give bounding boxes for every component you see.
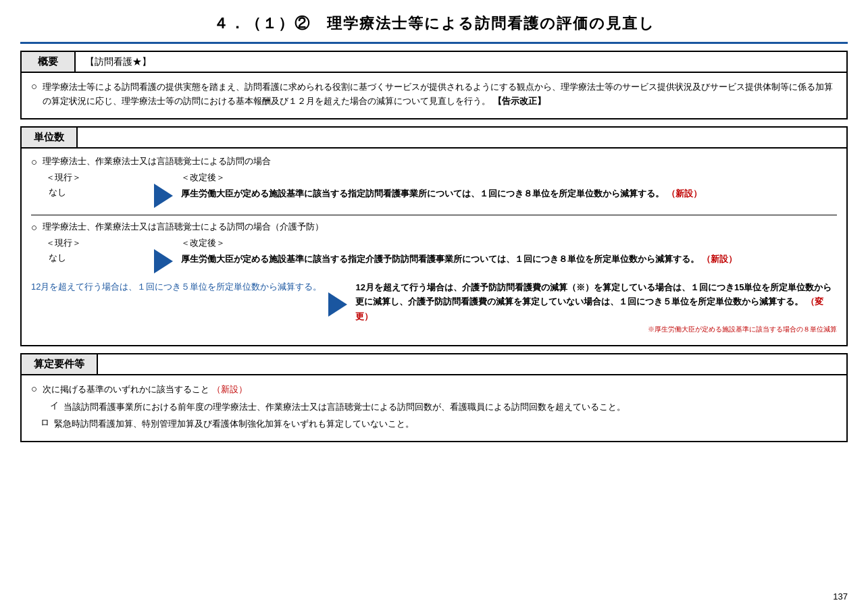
gaiyou-body: ○ 理学療法士等による訪問看護の提供実態を踏まえ、訪問看護に求められる役割に基づ… [20, 73, 848, 119]
santei-item-1: ○ 次に掲げる基準のいずれかに該当すること （新設） [31, 382, 837, 396]
santei-note-1: （新設） [212, 384, 247, 394]
after-note-2: （新設） [702, 254, 737, 264]
gaiyou-item: ○ 理学療法士等による訪問看護の提供実態を踏まえ、訪問看護に求められる役割に基づ… [31, 80, 837, 109]
before-value-2: なし [49, 252, 147, 264]
tani-inner: ○ 理学療法士、作業療法士又は言語聴覚士による訪問の場合 ＜現行＞ なし ＜改定… [22, 149, 846, 345]
after-label-2: ＜改定後＞ [181, 237, 837, 249]
santei-i-item: イ 当該訪問看護事業所における前年度の理学療法士、作業療法士又は言語聴覚士による… [50, 400, 837, 414]
compare-row-1: ＜現行＞ なし ＜改定後＞ 厚生労働大臣が定める施設基準に該当する指定訪問看護事… [46, 171, 837, 208]
compare-row-bottom: 12月を超えて行う場合は、１回につき５単位を所定単位数から減算する。 12月を超… [31, 280, 837, 334]
santei-text-1: 次に掲げる基準のいずれかに該当すること （新設） [43, 382, 247, 396]
santei-sub-i: イ 当該訪問看護事業所における前年度の理学療法士、作業療法士又は言語聴覚士による… [50, 400, 837, 414]
arrow-2 [154, 237, 181, 273]
tani-body: ○ 理学療法士、作業療法士又は言語聴覚士による訪問の場合 ＜現行＞ なし ＜改定… [20, 149, 848, 346]
col-after-1: ＜改定後＞ 厚生労働大臣が定める施設基準に該当する指定訪問看護事業所については、… [181, 171, 837, 201]
after-bottom-text: 12月を超えて行う場合は、介護予防訪問看護費の減算（※）を算定している場合は、１… [355, 280, 837, 323]
tani-label: 単位数 [22, 128, 78, 147]
before-value-1: なし [49, 186, 147, 198]
circle-icon: ○ [31, 80, 37, 92]
before-label-2: ＜現行＞ [46, 237, 147, 249]
footnote-bottom: ※厚生労働大臣が定める施設基準に該当する場合の８単位減算 [355, 325, 837, 334]
after-label-1: ＜改定後＞ [181, 171, 837, 184]
col-after-2: ＜改定後＞ 厚生労働大臣が定める施設基準に該当する指定介護予防訪問看護事業所につ… [181, 237, 837, 266]
arrow-bottom [328, 280, 355, 317]
santei-ro-label: ロ [41, 417, 54, 429]
circle-icon-2: ○ [31, 221, 37, 233]
before-label-1: ＜現行＞ [46, 171, 147, 184]
after-value-2: 厚生労働大臣が定める施設基準に該当する指定介護予防訪問看護事業所については、１回… [181, 252, 837, 266]
col-after-bottom: 12月を超えて行う場合は、介護予防訪問看護費の減算（※）を算定している場合は、１… [355, 280, 837, 334]
circle-icon-1: ○ [31, 156, 37, 167]
circle-icon-s1: ○ [31, 383, 37, 394]
blue-divider [20, 42, 848, 44]
triangle-icon-2 [154, 249, 173, 273]
after-note-1: （新設） [667, 188, 702, 198]
tani-text-2: 理学療法士、作業療法士又は言語聴覚士による訪問の場合（介護予防） [43, 221, 324, 233]
divider-1 [31, 215, 837, 215]
gaiyou-tag: 【訪問看護★】 [76, 53, 161, 72]
triangle-icon-1 [154, 184, 173, 208]
arrow-1 [154, 171, 181, 208]
tani-text-1: 理学療法士、作業療法士又は言語聴覚士による訪問の場合 [43, 155, 271, 167]
tani-item-1: ○ 理学療法士、作業療法士又は言語聴覚士による訪問の場合 [31, 155, 837, 167]
tani-header: 単位数 [20, 126, 848, 149]
after-value-1: 厚生労働大臣が定める施設基準に該当する指定訪問看護事業所については、１回につき８… [181, 186, 837, 201]
santei-label: 算定要件等 [22, 354, 98, 374]
santei-i-label: イ [50, 400, 63, 412]
santei-sub-ro: ロ 緊急時訪問看護加算、特別管理加算及び看護体制強化加算をいずれも算定していない… [41, 417, 837, 431]
santei-ro-text: 緊急時訪問看護加算、特別管理加算及び看護体制強化加算をいずれも算定していないこと… [54, 417, 414, 431]
santei-body: ○ 次に掲げる基準のいずれかに該当すること （新設） イ 当該訪問看護事業所にお… [20, 375, 848, 442]
triangle-icon-bottom [328, 292, 347, 317]
tani-item-2: ○ 理学療法士、作業療法士又は言語聴覚士による訪問の場合（介護予防） [31, 221, 837, 233]
gaiyou-text: 理学療法士等による訪問看護の提供実態を踏まえ、訪問看護に求められる役割に基づくサ… [43, 80, 837, 109]
col-before-2: ＜現行＞ なし [46, 237, 154, 264]
gaiyou-header: 概要 【訪問看護★】 [20, 51, 848, 73]
page-number: 137 [833, 591, 848, 602]
santei-i-text: 当該訪問看護事業所における前年度の理学療法士、作業療法士又は言語聴覚士による訪問… [63, 400, 626, 414]
compare-row-2: ＜現行＞ なし ＜改定後＞ 厚生労働大臣が定める施設基準に該当する指定介護予防訪… [46, 237, 837, 273]
santei-ro-item: ロ 緊急時訪問看護加算、特別管理加算及び看護体制強化加算をいずれも算定していない… [41, 417, 837, 431]
before-bottom-text: 12月を超えて行う場合は、１回につき５単位を所定単位数から減算する。 [31, 280, 322, 294]
col-before-1: ＜現行＞ なし [46, 171, 154, 198]
after-bottom-normal: １回につき５単位を所定単位数から減算する。 [619, 296, 803, 307]
col-before-bottom: 12月を超えて行う場合は、１回につき５単位を所定単位数から減算する。 [31, 280, 328, 294]
santei-header: 算定要件等 [20, 353, 848, 375]
gaiyou-label: 概要 [22, 52, 76, 72]
page-title: ４．（１）② 理学療法士等による訪問看護の評価の見直し [20, 14, 848, 34]
